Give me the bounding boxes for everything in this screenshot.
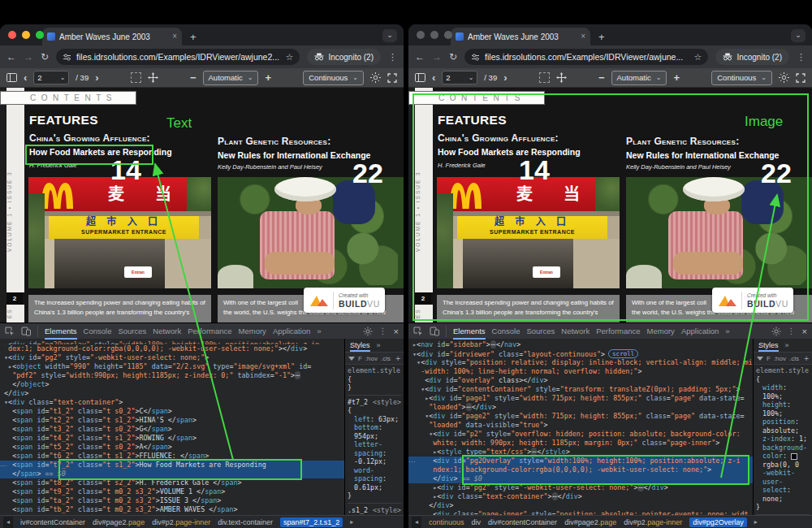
breadcrumb-item[interactable]: div#contentContainer [488,518,557,526]
style-line[interactable]: left: 63px; [348,415,401,424]
elements-tree[interactable]: ▸<div id="pg2Overlay" style="width:100%;… [0,339,344,515]
site-settings-icon[interactable] [63,53,71,62]
code-line[interactable]: <span id="t3_2" class="t s0_2">G</span> [0,425,344,434]
code-line[interactable]: ▸<object width="990" height="1185" data=… [0,362,344,371]
devtools-tab-network[interactable]: Network [561,323,590,340]
pseudo-state-toggle[interactable]: :hov [774,355,786,362]
code-line[interactable]: <span id="t6_2" class="t s1_2">FFLUENCE:… [0,452,344,461]
select-mode-icon[interactable] [131,72,141,83]
inspect-element-icon[interactable] [413,327,423,336]
buildvu-badge[interactable]: Created with BUILDVU [712,288,793,313]
zoom-in-button[interactable]: + [673,71,680,84]
zoom-in-button[interactable]: + [265,71,271,84]
code-line[interactable]: ▸<nav id="sidebar">⋯</nav> [408,340,753,349]
back-icon[interactable]: ← [6,52,16,62]
style-line[interactable]: -webkit-user-select: none; [756,469,810,503]
tab-search-chevron-button[interactable]: ⌄ [791,29,806,42]
device-toolbar-icon[interactable] [21,327,31,336]
breadcrumb-scroll-left-icon[interactable]: ◂ [412,517,421,528]
code-line[interactable]: <span id="tc_2" class="t s3_2">ECONOMIC … [0,514,344,515]
address-bar[interactable]: files.idrsolutions.com/Examples/IDRViewe… [56,49,300,65]
bookmark-star-icon[interactable]: ☆ [286,52,294,63]
code-line[interactable]: </div> [408,501,753,510]
fullscreen-icon[interactable] [387,73,397,83]
breadcrumb-item[interactable]: div.text-container [218,518,273,526]
zoom-window-button[interactable] [36,31,44,39]
code-line[interactable]: ▾<div style="position: relative; display… [408,358,753,367]
more-tabs-icon[interactable]: » [317,327,321,335]
breadcrumb-item[interactable]: iv#contentContainer [20,518,85,526]
style-line[interactable] [348,503,401,504]
tab-close-icon[interactable]: × [172,32,177,41]
next-page-button[interactable]: › [95,72,98,83]
breadcrumb-scroll-left-icon[interactable]: ◂ [3,517,13,528]
zoom-out-button[interactable]: − [190,71,197,84]
page-dropdown-chevron-icon[interactable]: ⌄ [469,74,474,81]
browser-tab[interactable]: Amber Waves June 2003 × [451,28,590,45]
sidebar-toggle-icon[interactable] [415,73,425,82]
more-tabs-icon[interactable]: » [725,327,729,335]
breadcrumb-scroll-right-icon[interactable]: ▸ [754,518,758,526]
elements-tree[interactable]: ▸<nav id="sidebar">⋯</nav> ▾<div id="idr… [408,339,753,515]
devtools-tab-elements[interactable]: Elements [453,323,486,340]
code-line[interactable]: <div id="overlay" class></div> [408,376,753,385]
style-line[interactable]: { [348,514,401,515]
devtools-close-icon[interactable]: × [802,327,807,336]
breadcrumb-item[interactable]: continuous [429,518,464,526]
code-line[interactable]: ▾<div class="text-container"> [0,398,344,407]
devtools-menu-icon[interactable]: ⋮ [788,327,796,335]
style-line[interactable]: position: absolute; [756,418,810,435]
class-toggle[interactable]: .cls [381,355,391,362]
style-rules-list[interactable]: element.style{width: 100%;height: 100%;p… [754,365,812,515]
new-style-rule-button[interactable]: + [804,354,809,363]
pseudo-state-toggle[interactable]: :hov [365,355,378,362]
devtools-settings-gear-icon[interactable] [771,327,781,336]
code-line[interactable]: </object> [0,380,344,389]
devtools-tab-sources[interactable]: Sources [526,323,555,340]
style-line[interactable]: } [348,491,401,500]
code-line[interactable]: <div class="page-inner" style="position:… [408,510,753,515]
code-line[interactable]: ▸<div id="page1" style="width: 715px; he… [408,394,753,403]
back-icon[interactable]: ← [415,52,425,62]
class-toggle[interactable]: .cls [789,355,799,362]
inspect-element-icon[interactable] [5,327,15,336]
devtools-tab-application[interactable]: Application [273,323,310,340]
code-line[interactable]: ndex:1; background-color:rgba(0,0,0,0); … [408,465,753,474]
pdf-page-content[interactable]: VOLUME 1 • ISSUE 3 2 ES CONTENTS FEATURE… [0,88,404,322]
select-mode-icon[interactable] [539,72,550,83]
zoom-mode-select[interactable]: Automatic ⌄ [203,71,259,85]
styles-more-tabs-icon[interactable]: » [785,341,789,349]
selected-element-row[interactable]: <div id="pg2Overlay" style="width:100%; … [408,457,753,483]
code-line[interactable]: <span id="t2_2" class="t s1_2">HINA'S </… [0,416,344,425]
devtools-tab-console[interactable]: Console [492,323,520,340]
code-line[interactable]: <span id="t7_2" class="t s1_2">How Food … [0,461,344,470]
pan-mode-icon[interactable] [148,72,158,83]
style-line[interactable]: width: 100%; [756,383,810,400]
style-line[interactable]: element.style [348,366,401,375]
tab-close-icon[interactable]: × [581,32,585,41]
breadcrumb-item[interactable]: span#t7_2.t.s1_2 [280,517,343,527]
devtools-tab-performance[interactable]: Performance [596,323,640,340]
forward-icon[interactable]: → [432,52,442,62]
code-line[interactable]: ▸<div id="pg2Overlay" style="width:100%;… [0,340,344,344]
filter-funnel-icon[interactable] [757,357,763,361]
code-line[interactable]: <span id="t4_2" class="t s1_2">ROWING </… [0,434,344,443]
code-line[interactable]: </div> == $0 [408,474,753,483]
browser-menu-icon[interactable]: ⋮ [797,52,806,63]
style-line[interactable]: z-index: 1; [756,435,810,444]
code-line[interactable]: ▾<div id="page2" style="width: 715px; he… [408,412,753,421]
devtools-tab-memory[interactable]: Memory [239,323,266,340]
code-line[interactable]: <span id="t9_2" class="t m0_2 s3_2">VOLU… [0,487,344,496]
minimize-window-button[interactable] [22,31,30,39]
layout-mode-select[interactable]: Continuous ⌄ [303,71,364,85]
reload-icon[interactable]: ↻ [41,52,49,62]
page-number-input[interactable]: 2 ⌄ [442,71,477,84]
pan-mode-icon[interactable] [556,72,567,83]
code-line[interactable]: dex:1; background-color:rgba(0,0,0,0); -… [0,344,344,353]
style-rules-list[interactable]: element.style{}#t7_2<style>{left: 63px;b… [345,365,404,515]
code-line[interactable]: -width: 100%; line-height: normal; overf… [408,367,753,376]
code-line[interactable]: "loaded" data-visible="true"> [408,421,753,430]
code-line[interactable]: ▸<div class="text-container">⋯</div> [408,492,753,501]
style-line[interactable]: background-color: rgba(0, 0 [756,444,810,470]
code-line[interactable]: "pdf2" style="width:990px; height:1185px… [0,371,344,380]
